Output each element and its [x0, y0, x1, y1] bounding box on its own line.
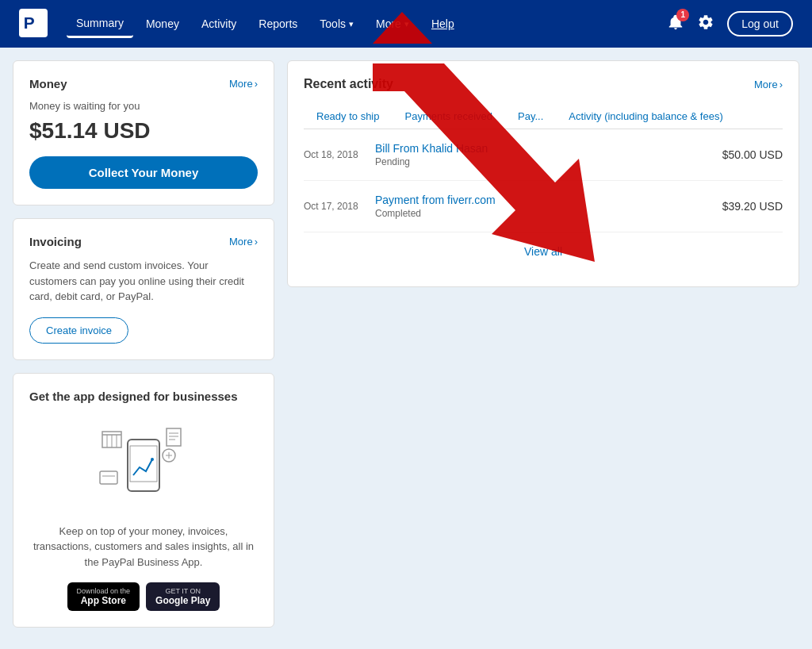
activity-title: Recent activity [304, 77, 393, 91]
apple-store-main: App Store [81, 595, 126, 606]
header-actions: 1 Log out [667, 11, 793, 36]
create-invoice-button[interactable]: Create invoice [29, 317, 128, 344]
svg-rect-10 [167, 428, 181, 446]
svg-rect-3 [130, 446, 157, 482]
activity-date-1: Oct 17, 2018 [304, 201, 375, 212]
nav-more[interactable]: More [366, 11, 419, 36]
header: P Summary Money Activity Reports Tools M… [0, 0, 812, 48]
money-subtitle: Money is waiting for you [29, 100, 258, 112]
tab-ready-to-ship[interactable]: Ready to ship [304, 104, 393, 129]
apple-store-top: Download on the [77, 587, 131, 595]
nav-summary[interactable]: Summary [67, 10, 133, 38]
activity-card: Recent activity More Ready to ship Payme… [287, 60, 799, 287]
apple-store-badge[interactable]: Download on the App Store [67, 582, 140, 611]
invoicing-card-header: Invoicing More [29, 235, 258, 248]
invoicing-description: Create and send custom invoices. Your cu… [29, 258, 258, 305]
google-store-main: Google Play [155, 595, 210, 606]
nav-help[interactable]: Help [422, 11, 464, 36]
activity-status-1: Completed [375, 208, 722, 219]
collect-money-button[interactable]: Collect Your Money [29, 156, 258, 189]
app-stores: Download on the App Store GET IT ON Goog… [29, 582, 258, 611]
invoicing-card-title: Invoicing [29, 235, 82, 248]
invoicing-card: Invoicing More Create and send custom in… [13, 218, 274, 360]
nav-activity[interactable]: Activity [192, 11, 246, 36]
activity-row-1: Oct 17, 2018 Payment from fiverr.com Com… [304, 181, 783, 232]
tab-payments-received[interactable]: Payments received [393, 104, 506, 129]
right-column: Recent activity More Ready to ship Payme… [287, 60, 799, 628]
nav-money[interactable]: Money [136, 11, 189, 36]
activity-name-1[interactable]: Payment from fiverr.com [375, 194, 722, 206]
money-card-header: Money More [29, 77, 258, 90]
activity-row-0: Oct 18, 2018 Bill From Khalid Hasan Pend… [304, 129, 783, 181]
nav-reports[interactable]: Reports [249, 11, 307, 36]
settings-button[interactable] [697, 13, 714, 35]
nav-tools[interactable]: Tools [310, 11, 363, 36]
svg-rect-14 [100, 471, 117, 484]
view-all-link[interactable]: View all [304, 232, 783, 271]
tab-pay[interactable]: Pay... [505, 104, 556, 129]
notification-button[interactable]: 1 [667, 13, 684, 35]
activity-info-1: Payment from fiverr.com Completed [375, 194, 722, 219]
activity-tabs: Ready to ship Payments received Pay... A… [304, 104, 783, 129]
svg-point-4 [151, 458, 154, 461]
activity-amount-0: $50.00 USD [722, 148, 783, 161]
main-nav: Summary Money Activity Reports Tools Mor… [67, 10, 667, 38]
left-column: Money More Money is waiting for you $51.… [13, 60, 274, 628]
activity-more-chevron [779, 79, 783, 90]
app-card: Get the app designed for businesses [13, 373, 274, 628]
money-card-more[interactable]: More [229, 78, 258, 90]
activity-amount-1: $39.20 USD [722, 200, 783, 213]
activity-name-0[interactable]: Bill From Khalid Hasan [375, 142, 722, 155]
google-play-badge[interactable]: GET IT ON Google Play [146, 582, 220, 611]
activity-date-0: Oct 18, 2018 [304, 149, 375, 160]
google-store-top: GET IT ON [165, 587, 201, 595]
notification-badge: 1 [676, 9, 689, 21]
svg-rect-2 [128, 440, 159, 491]
money-card: Money More Money is waiting for you $51.… [13, 60, 274, 205]
activity-header: Recent activity More [304, 77, 783, 91]
logout-button[interactable]: Log out [727, 11, 793, 36]
main-content: Money More Money is waiting for you $51.… [0, 48, 812, 640]
money-card-title: Money [29, 77, 67, 90]
money-amount: $51.14 USD [29, 118, 258, 144]
money-more-chevron [255, 78, 258, 90]
tab-all-activity[interactable]: Activity (including balance & fees) [556, 104, 783, 129]
activity-more[interactable]: More [754, 79, 783, 90]
app-description: Keep on top of your money, invoices, tra… [29, 524, 258, 570]
logo[interactable]: P [19, 9, 48, 40]
app-illustration [96, 416, 191, 511]
invoicing-card-more[interactable]: More [229, 236, 258, 248]
activity-info-0: Bill From Khalid Hasan Pending [375, 142, 722, 167]
svg-text:P: P [24, 13, 35, 31]
app-card-title: Get the app designed for businesses [29, 390, 258, 403]
invoicing-more-chevron [255, 236, 258, 248]
activity-status-0: Pending [375, 156, 722, 167]
